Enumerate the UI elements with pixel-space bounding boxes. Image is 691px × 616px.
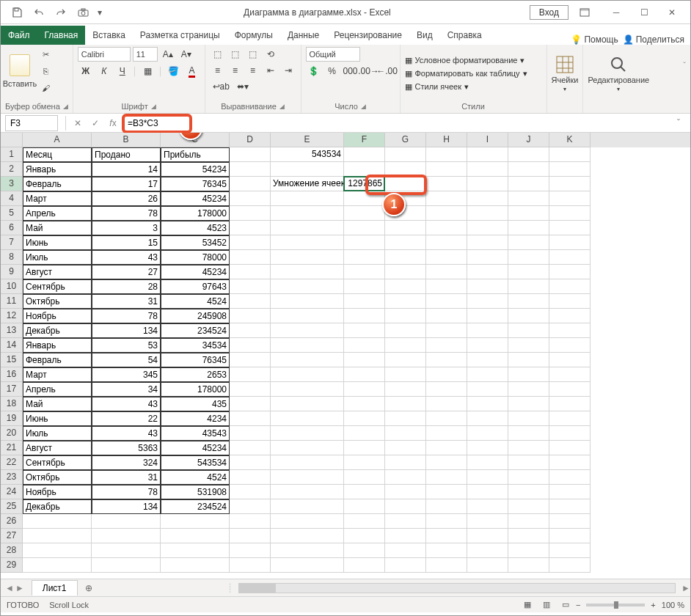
cell[interactable] bbox=[271, 441, 344, 455]
cell[interactable]: Апрель bbox=[23, 206, 92, 221]
cell[interactable] bbox=[508, 353, 549, 367]
formula-input[interactable]: =B3*C3 bbox=[122, 115, 670, 131]
cell[interactable]: 324 bbox=[92, 455, 161, 470]
cell[interactable]: 543534 bbox=[271, 147, 344, 162]
cell[interactable] bbox=[271, 426, 344, 441]
cell[interactable] bbox=[467, 206, 508, 221]
cell[interactable]: Июнь bbox=[23, 235, 92, 250]
cell[interactable] bbox=[426, 499, 467, 514]
cell[interactable] bbox=[508, 485, 549, 499]
cell[interactable] bbox=[344, 382, 385, 397]
cell[interactable]: 28 bbox=[92, 279, 161, 294]
cell[interactable] bbox=[385, 411, 426, 426]
cell[interactable]: Май bbox=[23, 221, 92, 235]
cell[interactable] bbox=[230, 485, 271, 499]
cell[interactable] bbox=[426, 367, 467, 382]
cell[interactable]: 14 bbox=[92, 162, 161, 177]
cell[interactable] bbox=[467, 514, 508, 529]
cell[interactable] bbox=[385, 397, 426, 411]
cell[interactable] bbox=[508, 470, 549, 485]
cell[interactable] bbox=[426, 294, 467, 309]
wrap-text-icon[interactable]: ↩ab bbox=[210, 79, 233, 94]
page-layout-view-icon[interactable]: ▥ bbox=[538, 598, 555, 612]
cell[interactable] bbox=[549, 514, 591, 529]
cell[interactable] bbox=[426, 162, 467, 177]
cell[interactable] bbox=[230, 397, 271, 411]
cell[interactable] bbox=[385, 455, 426, 470]
cell[interactable] bbox=[426, 265, 467, 279]
cell[interactable] bbox=[426, 147, 467, 162]
cell[interactable] bbox=[271, 485, 344, 499]
tab-data[interactable]: Данные bbox=[280, 26, 326, 45]
cell[interactable] bbox=[426, 353, 467, 367]
cell[interactable] bbox=[385, 279, 426, 294]
col-head-J[interactable]: J bbox=[508, 133, 549, 147]
row-head[interactable]: 5 bbox=[1, 206, 23, 221]
cell[interactable] bbox=[230, 426, 271, 441]
cell[interactable]: 17 bbox=[92, 177, 161, 191]
cell[interactable] bbox=[271, 529, 344, 543]
redo-icon[interactable] bbox=[51, 3, 71, 22]
dialog-launcher-icon[interactable]: ◢ bbox=[279, 103, 285, 110]
format-as-table-button[interactable]: ▦Форматировать как таблицу ▾ bbox=[405, 69, 527, 78]
cell[interactable] bbox=[230, 514, 271, 529]
page-break-view-icon[interactable]: ▭ bbox=[557, 598, 574, 612]
borders-icon[interactable]: ▦ bbox=[140, 64, 156, 78]
cell[interactable] bbox=[230, 147, 271, 162]
cell[interactable] bbox=[161, 529, 230, 543]
cell[interactable] bbox=[508, 265, 549, 279]
cell[interactable] bbox=[426, 485, 467, 499]
cell[interactable] bbox=[508, 543, 549, 558]
cell[interactable] bbox=[508, 499, 549, 514]
cell[interactable] bbox=[508, 338, 549, 353]
cell[interactable] bbox=[508, 397, 549, 411]
cell[interactable] bbox=[230, 558, 271, 573]
cell[interactable] bbox=[385, 323, 426, 338]
cell[interactable] bbox=[549, 191, 591, 206]
row-head[interactable]: 22 bbox=[1, 455, 23, 470]
cell[interactable] bbox=[426, 338, 467, 353]
cell[interactable] bbox=[230, 543, 271, 558]
tab-insert[interactable]: Вставка bbox=[85, 26, 133, 45]
cell[interactable] bbox=[344, 455, 385, 470]
cell[interactable]: 22 bbox=[92, 411, 161, 426]
cell[interactable] bbox=[271, 250, 344, 265]
cell[interactable]: Август bbox=[23, 441, 92, 455]
cell[interactable] bbox=[549, 265, 591, 279]
tell-me[interactable]: 💡Помощь bbox=[571, 34, 618, 45]
cell[interactable] bbox=[426, 191, 467, 206]
cell[interactable] bbox=[271, 455, 344, 470]
row-head[interactable]: 16 bbox=[1, 367, 23, 382]
zoom-out-icon[interactable]: − bbox=[576, 601, 580, 609]
increase-decimal-icon[interactable]: .00→ bbox=[361, 64, 377, 78]
cell[interactable] bbox=[271, 397, 344, 411]
cell[interactable]: 31 bbox=[92, 294, 161, 309]
undo-icon[interactable] bbox=[29, 3, 49, 22]
cell[interactable] bbox=[385, 353, 426, 367]
cell[interactable] bbox=[467, 279, 508, 294]
cell[interactable] bbox=[549, 338, 591, 353]
cell[interactable] bbox=[385, 338, 426, 353]
login-button[interactable]: Вход bbox=[530, 5, 568, 20]
cell[interactable] bbox=[230, 191, 271, 206]
cell[interactable] bbox=[508, 147, 549, 162]
cell[interactable] bbox=[426, 558, 467, 573]
cell[interactable] bbox=[344, 279, 385, 294]
cell[interactable] bbox=[385, 221, 426, 235]
cell[interactable] bbox=[385, 470, 426, 485]
cell[interactable] bbox=[508, 250, 549, 265]
cell[interactable]: Май bbox=[23, 397, 92, 411]
cell[interactable]: Месяц bbox=[23, 147, 92, 162]
cell[interactable] bbox=[385, 485, 426, 499]
grid-body[interactable]: 1МесяцПроданоПрибыль5435342Январь1454234… bbox=[1, 147, 690, 579]
cell[interactable] bbox=[385, 147, 426, 162]
cell[interactable] bbox=[467, 338, 508, 353]
row-head[interactable]: 20 bbox=[1, 426, 23, 441]
cell[interactable] bbox=[23, 514, 92, 529]
cell[interactable] bbox=[467, 382, 508, 397]
cell[interactable] bbox=[549, 235, 591, 250]
cell[interactable] bbox=[230, 323, 271, 338]
col-head-H[interactable]: H bbox=[426, 133, 467, 147]
cell[interactable] bbox=[23, 529, 92, 543]
cell[interactable] bbox=[508, 162, 549, 177]
